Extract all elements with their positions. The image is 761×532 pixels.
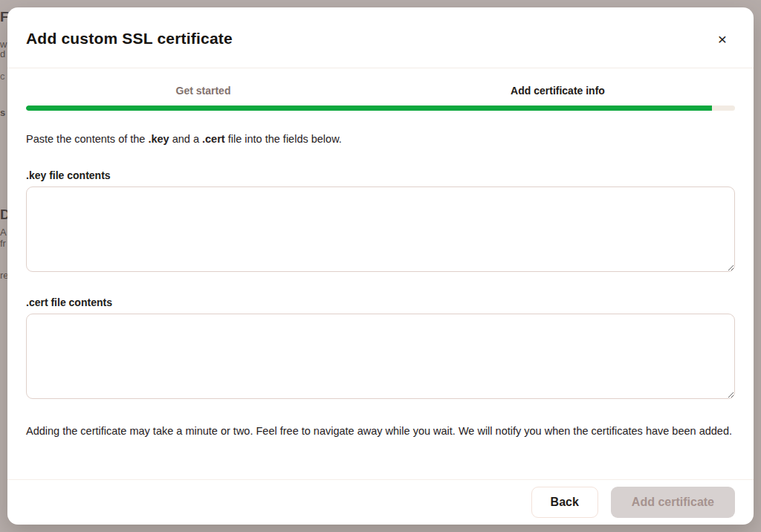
stepper-progress-fill (26, 106, 712, 111)
background-text-fragment: fr (0, 238, 6, 249)
dialog-footer: Back Add certificate (7, 479, 754, 525)
background-text-fragment: d (0, 48, 5, 59)
processing-note: Adding the certificate may take a minute… (26, 421, 735, 441)
step-get-started[interactable]: Get started (26, 85, 380, 97)
key-file-label: .key file contents (26, 169, 735, 181)
background-text-fragment: A (0, 227, 7, 238)
stepper: Get started Add certificate info (26, 85, 735, 111)
key-term: .key (148, 133, 169, 145)
key-file-input[interactable] (26, 186, 735, 272)
cert-file-label: .cert file contents (26, 296, 735, 308)
add-ssl-certificate-dialog: Add custom SSL certificate × Get started… (7, 7, 754, 525)
dialog-header: Add custom SSL certificate × (7, 7, 754, 68)
cert-term: .cert (202, 133, 225, 145)
background-text-fragment: s (0, 107, 5, 118)
dialog-body: Get started Add certificate info Paste t… (7, 68, 754, 479)
back-button[interactable]: Back (531, 487, 598, 518)
dialog-title: Add custom SSL certificate (26, 30, 735, 48)
add-certificate-button[interactable]: Add certificate (611, 487, 735, 518)
step-add-certificate-info[interactable]: Add certificate info (380, 85, 735, 97)
cert-file-input[interactable] (26, 314, 735, 399)
background-text-fragment: c (0, 71, 5, 82)
stepper-progress-track (26, 106, 735, 111)
intro-text: Paste the contents of the .key and a .ce… (26, 133, 735, 145)
close-icon[interactable]: × (712, 29, 733, 50)
